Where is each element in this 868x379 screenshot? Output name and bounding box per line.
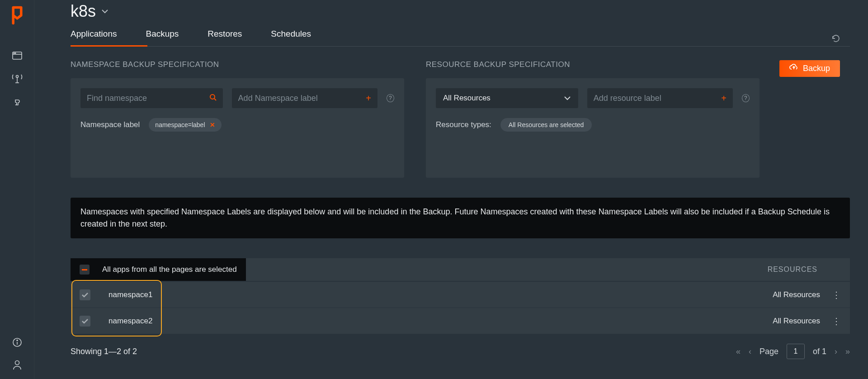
help-icon[interactable]: ? — [742, 94, 750, 102]
add-resource-label-input[interactable] — [594, 94, 721, 103]
namespace-spec-title: NAMESPACE BACKUP SPECIFICATION — [71, 60, 404, 69]
table-row[interactable]: namespace2 All Resources ⋮ — [71, 308, 850, 334]
page-prev-icon[interactable]: ‹ — [749, 347, 751, 356]
add-namespace-label-input[interactable] — [238, 94, 366, 103]
namespace-label-chip: namespace=label ✕ — [149, 118, 221, 132]
svg-point-10 — [15, 361, 19, 365]
row-resources: All Resources — [773, 317, 820, 326]
cluster-title: k8s — [71, 2, 96, 21]
page-first-icon[interactable]: « — [736, 347, 741, 356]
resource-panel: All Resources + ? Resource types: — [426, 78, 760, 178]
tab-restores[interactable]: Restores — [208, 29, 242, 46]
select-all-text: All apps from all the pages are selected — [102, 265, 237, 274]
chip-text: namespace=label — [155, 121, 205, 128]
backup-button-label: Backup — [803, 64, 830, 73]
pagination: « ‹ Page of 1 › » — [736, 344, 850, 359]
svg-line-12 — [214, 99, 216, 100]
namespace-label-caption: Namespace label — [80, 120, 140, 129]
svg-point-3 — [15, 53, 15, 53]
help-icon[interactable]: ? — [387, 94, 394, 102]
dashboard-icon[interactable] — [11, 50, 23, 62]
resource-types-caption: Resource types: — [436, 120, 491, 129]
plugins-icon[interactable] — [11, 95, 23, 107]
table-row[interactable]: namespace1 All Resources ⋮ — [71, 281, 850, 308]
page-next-icon[interactable]: › — [835, 347, 837, 356]
tab-schedules[interactable]: Schedules — [271, 29, 311, 46]
row-checkbox[interactable] — [80, 289, 90, 300]
svg-point-4 — [16, 76, 18, 78]
chip-text: All Resources are selected — [509, 121, 584, 128]
chip-remove-icon[interactable]: ✕ — [210, 121, 215, 128]
cluster-dropdown-icon[interactable] — [101, 7, 108, 15]
active-tab-underline — [71, 45, 147, 47]
tab-backups[interactable]: Backups — [146, 29, 179, 46]
row-name: namespace2 — [108, 317, 152, 326]
row-name: namespace1 — [108, 290, 152, 299]
tab-applications[interactable]: Applications — [71, 29, 117, 46]
tab-bar: Applications Backups Restores Schedules — [71, 29, 850, 47]
showing-text: Showing 1—2 of 2 — [71, 347, 137, 356]
find-namespace-input[interactable] — [87, 94, 209, 103]
resource-types-chip: All Resources are selected — [500, 118, 592, 132]
backup-button[interactable]: Backup — [779, 60, 840, 77]
chevron-down-icon — [564, 94, 571, 103]
side-rail — [0, 0, 34, 379]
table-header: All apps from all the pages are selected… — [71, 258, 850, 281]
select-all-checkbox[interactable] — [80, 265, 90, 275]
user-icon[interactable] — [11, 359, 23, 371]
refresh-icon[interactable] — [831, 33, 841, 45]
resource-spec-title: RESOURCE BACKUP SPECIFICATION — [426, 60, 760, 69]
antenna-icon[interactable] — [11, 72, 23, 84]
plus-icon[interactable]: + — [721, 93, 726, 104]
resource-type-dropdown[interactable]: All Resources — [436, 88, 578, 108]
row-resources: All Resources — [773, 290, 820, 299]
cloud-upload-icon — [789, 64, 798, 73]
plus-icon[interactable]: + — [366, 93, 371, 104]
dropdown-value: All Resources — [443, 94, 491, 103]
row-checkbox[interactable] — [80, 316, 90, 327]
brand-logo — [11, 5, 24, 25]
svg-point-2 — [14, 53, 14, 53]
search-icon — [209, 94, 217, 103]
namespace-panel: + ? Namespace label namespace=label ✕ — [71, 78, 404, 178]
add-resource-label-input-wrap[interactable]: + — [587, 88, 733, 108]
svg-point-9 — [17, 340, 18, 341]
info-icon[interactable] — [11, 336, 23, 348]
page-of-total: of 1 — [813, 347, 826, 356]
page-last-icon[interactable]: » — [845, 347, 850, 356]
page-label: Page — [760, 347, 778, 356]
add-namespace-label-input-wrap[interactable]: + — [232, 88, 377, 108]
info-note: Namespaces with specified Namespace Labe… — [71, 198, 850, 238]
resources-column-header: RESOURCES — [768, 265, 850, 274]
page-input[interactable] — [787, 344, 805, 359]
svg-point-11 — [210, 95, 215, 99]
find-namespace-input-wrap[interactable] — [80, 88, 223, 108]
